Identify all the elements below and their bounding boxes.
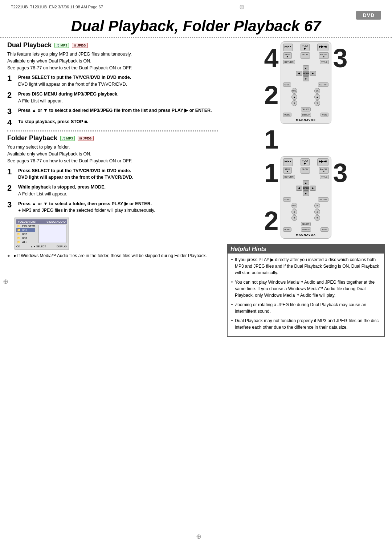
rewind-btn: ⏮◀◀ bbox=[283, 44, 293, 51]
vol-up-btn: ▲ bbox=[314, 94, 320, 100]
select-btn: SELECT bbox=[301, 107, 311, 112]
slow-btn: SLOW bbox=[301, 52, 310, 59]
step-num-2: 2 bbox=[7, 91, 15, 99]
vol-down-btn-2: ▼ bbox=[314, 215, 320, 221]
setup-btn: SET-UP bbox=[318, 82, 329, 87]
section-divider bbox=[7, 130, 218, 131]
dual-playback-intro: This feature lets you play MP3 and JPEG … bbox=[7, 51, 218, 71]
hint-1: If you press PLAY ▶ directly after you i… bbox=[231, 256, 380, 276]
folder-item-5: 📁ALL bbox=[16, 240, 35, 244]
ok-btn: OK bbox=[314, 88, 320, 94]
ffwd-btn-2: ▶▶⏭ bbox=[317, 158, 328, 166]
folder-step-content-3: Press ▲ or ▼ to select a folder, then pr… bbox=[18, 200, 155, 214]
mode-btn: MODE bbox=[283, 113, 291, 117]
number-3-top: 3 bbox=[333, 45, 348, 71]
folder-step-num-3: 3 bbox=[7, 201, 15, 209]
folder-step-2: 2 While playback is stopped, press MODE.… bbox=[7, 184, 218, 198]
brand-label-2: MAGNAVOX bbox=[283, 233, 329, 236]
folder-item-3: 📁002 bbox=[16, 232, 35, 236]
folder-step-content-2: While playback is stopped, press MODE. A… bbox=[18, 184, 106, 198]
fullup-btn-2: FULL bbox=[291, 203, 297, 208]
folder-item-2: 📁001 bbox=[16, 228, 35, 232]
ch-up-btn: ▲ bbox=[291, 94, 297, 100]
page-title: Dual Playback, Folder Playback 67 bbox=[71, 17, 321, 35]
folder-note: ● ● If Windows Media™ Audio files are in… bbox=[7, 252, 218, 259]
folder-playback-heading: Folder Playback 🎵 MP3 🖼 JPEG bbox=[7, 134, 218, 142]
fullup-btn: FULL bbox=[291, 88, 297, 94]
rewind-btn-2: ⏮◀◀ bbox=[283, 158, 293, 166]
step-num-3: 3 bbox=[7, 108, 15, 116]
down-btn-2: ▼ bbox=[303, 191, 309, 196]
remote-control-2: ⏮◀◀ PLAY▶ ▶▶⏭ STOP■ SLOW PAUSE⏸ RETURN T… bbox=[281, 156, 331, 239]
slow-btn-2: SLOW bbox=[301, 167, 310, 174]
vol-down-btn: ▼ bbox=[314, 100, 320, 106]
dvd-badge: DVD bbox=[356, 11, 381, 20]
number-2b: 2 bbox=[264, 208, 278, 234]
folder-item-1: 📁FOLDER1 bbox=[16, 224, 35, 228]
dpad-1: ▲ ◀ ENTER ▶ ▼ bbox=[296, 65, 316, 81]
disc-btn-2: DISC bbox=[283, 197, 291, 202]
main-content: Dual Playback 🎵 MP3 🖼 JPEG This feature … bbox=[0, 41, 392, 337]
crosshair-left: ⊕ bbox=[3, 278, 8, 285]
mute-btn-2: MUTE bbox=[320, 227, 328, 232]
play-btn-2: PLAY▶ bbox=[301, 158, 310, 166]
setup-btn-2: SET-UP bbox=[318, 197, 329, 202]
dual-playback-section: Dual Playback 🎵 MP3 🖼 JPEG This feature … bbox=[7, 41, 218, 127]
helpful-hints-title: Helpful Hints bbox=[228, 245, 384, 254]
step-num-1: 1 bbox=[7, 74, 15, 82]
pause-btn-2: PAUSE⏸ bbox=[319, 167, 329, 174]
left-btn: ◀ bbox=[296, 71, 302, 76]
step-content-1: Press SELECT to put the TV/VCR/DVD in DV… bbox=[18, 74, 131, 88]
helpful-hints-box: Helpful Hints If you press PLAY ▶ direct… bbox=[227, 244, 385, 337]
folder-mp3-badge: 🎵 MP3 bbox=[60, 136, 75, 141]
pause-btn: PAUSE⏸ bbox=[319, 52, 329, 59]
number-1: 1 bbox=[264, 126, 278, 153]
stop-btn: STOP■ bbox=[283, 52, 292, 59]
up-btn-2: ▲ bbox=[303, 180, 309, 185]
folder-playback-steps: 1 Press SELECT to put the TV/VCR/DVD in … bbox=[7, 167, 218, 214]
mute-btn: MUTE bbox=[320, 113, 328, 117]
ffwd-btn: ▶▶⏭ bbox=[317, 44, 328, 51]
brand-label-1: MAGNAVOX bbox=[283, 118, 329, 122]
remote-control-1: ⏮◀◀ PLAY▶ ▶▶⏭ STOP■ SLOW PAUSE⏸ RETURN T… bbox=[281, 41, 331, 124]
folder-step-num-2: 2 bbox=[7, 184, 15, 192]
folder-item-4: 📁003 bbox=[16, 236, 35, 240]
folder-list-title-bar: FOLDER LIST VIDEO/AUDIO bbox=[16, 219, 67, 224]
folder-step-content-1: Press SELECT to put the TV/VCR/DVD in DV… bbox=[18, 167, 133, 181]
page-title-area: Dual Playback, Folder Playback 67 bbox=[0, 14, 392, 38]
step-content-4: To stop playback, press STOP ■. bbox=[18, 118, 88, 125]
down-btn: ▼ bbox=[303, 76, 309, 81]
dual-playback-steps: 1 Press SELECT to put the TV/VCR/DVD in … bbox=[7, 74, 218, 127]
display-btn-2: DISPLAY bbox=[301, 227, 311, 232]
number-3b: 3 bbox=[333, 160, 348, 186]
ok-btn-2: OK bbox=[314, 203, 320, 208]
right-btn: ▶ bbox=[310, 71, 316, 76]
ch-down-btn: ▼ bbox=[291, 100, 297, 106]
display-btn: DISPLAY bbox=[301, 113, 311, 117]
hint-4: Dual Playback may not function properly … bbox=[231, 317, 380, 331]
step-content-3: Press ▲ or ▼ to select a desired MP3/JPE… bbox=[18, 107, 212, 114]
folder-step-1: 1 Press SELECT to put the TV/VCR/DVD in … bbox=[7, 167, 218, 181]
mode-btn-2: MODE bbox=[283, 227, 291, 232]
folder-list-screenshot: FOLDER LIST VIDEO/AUDIO 📁FOLDER1 📁001 📁0… bbox=[15, 218, 69, 250]
mp3-badge: 🎵 MP3 bbox=[54, 43, 69, 48]
return-btn: RETURN bbox=[283, 60, 295, 64]
play-btn: PLAY▶ bbox=[301, 44, 310, 51]
title-btn: TITLE bbox=[320, 60, 328, 64]
disc-btn: DISC bbox=[283, 82, 291, 87]
folder-playback-intro: You may select to play a folder. Availab… bbox=[7, 144, 218, 164]
folder-content-area bbox=[38, 225, 66, 243]
number-2: 2 bbox=[264, 82, 278, 108]
right-column: 4 2 1 ⏮◀◀ PLAY▶ ▶▶⏭ STOP■ SLOW PAUSE⏸ bbox=[225, 41, 385, 337]
enter-btn: ENTER bbox=[303, 71, 309, 76]
number-4: 4 bbox=[264, 45, 278, 71]
right-btn-2: ▶ bbox=[310, 186, 316, 191]
number-1b: 1 bbox=[264, 160, 278, 186]
dual-step-1: 1 Press SELECT to put the TV/VCR/DVD in … bbox=[7, 74, 218, 88]
step-num-4: 4 bbox=[7, 119, 15, 127]
up-btn: ▲ bbox=[303, 65, 309, 70]
left-column: Dual Playback 🎵 MP3 🖼 JPEG This feature … bbox=[7, 41, 221, 337]
page-header: T2221UB_T1201UB_EN2 3/7/06 11:08 AM Page… bbox=[0, 0, 392, 14]
ch-up-btn-2: ▲ bbox=[291, 209, 297, 215]
folder-playback-section: Folder Playback 🎵 MP3 🖼 JPEG You may sel… bbox=[7, 134, 218, 259]
